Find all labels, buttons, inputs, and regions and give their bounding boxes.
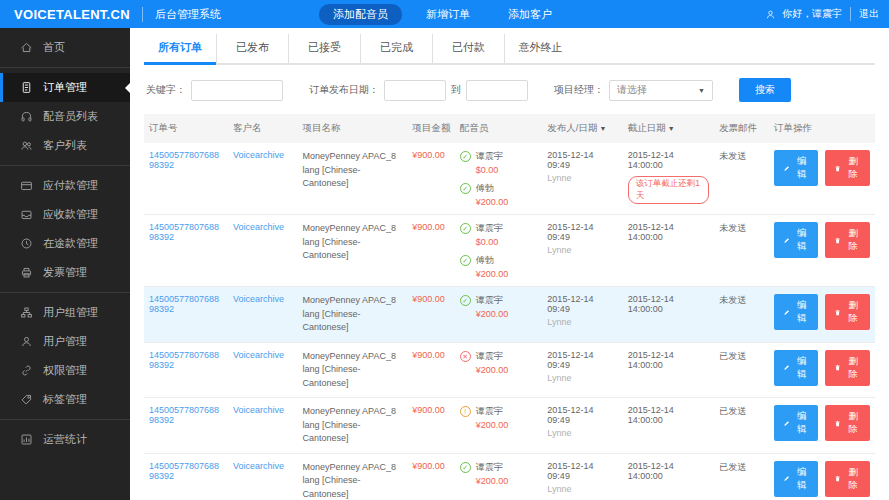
sidebar-item-tags[interactable]: 标签管理 [0, 385, 130, 414]
sidebar-item-receivables[interactable]: 应收款管理 [0, 200, 130, 229]
column-header-7[interactable]: 截止日期 ▼ [623, 114, 714, 143]
sidebar-item-voice-actors[interactable]: 配音员列表 [0, 102, 130, 131]
edit-button[interactable]: 编辑 [774, 150, 819, 186]
customer-link[interactable]: Voicearchive [233, 222, 284, 232]
keyword-input[interactable] [191, 80, 283, 101]
actors-cell: ✓谭震宇¥200.00 [455, 453, 543, 500]
actors-cell: ✕谭震宇¥200.00 [455, 342, 543, 398]
published-cell: 2015-12-14 09:49Lynne [542, 143, 622, 215]
app-logo: VOICETALENT.CN [14, 7, 130, 22]
delete-button[interactable]: 删除 [825, 294, 870, 330]
amount-cell: ¥900.00 [407, 143, 455, 215]
customer-link[interactable]: Voicearchive [233, 150, 284, 160]
topnav-add-customer[interactable]: 添加客户 [494, 4, 566, 25]
sidebar-item-customers[interactable]: 客户列表 [0, 131, 130, 160]
sidebar-item-permissions[interactable]: 权限管理 [0, 356, 130, 385]
voice-actor-fee: ¥200.00 [476, 476, 538, 486]
topnav-add-voice-actor[interactable]: 添加配音员 [319, 4, 402, 25]
deadline-cell: 2015-12-14 14:00:00 [623, 342, 714, 398]
manager-select-value: 请选择 [617, 83, 647, 97]
voice-actor-fee: ¥200.00 [476, 365, 538, 375]
deadline-date: 2015-12-14 14:00:00 [628, 150, 709, 170]
deadline-cell: 2015-12-14 14:00:00 [623, 215, 714, 287]
customer-link[interactable]: Voicearchive [233, 405, 284, 415]
deadline-date: 2015-12-14 14:00:00 [628, 222, 709, 242]
order-no-link[interactable]: 1450057780768898392 [149, 222, 219, 242]
status-ok-icon: ✓ [460, 151, 471, 162]
manager-select[interactable]: 请选择 ▼ [609, 80, 713, 101]
topnav-add-order[interactable]: 新增订单 [412, 4, 484, 25]
delete-button[interactable]: 删除 [825, 350, 870, 386]
sidebar-item-home[interactable]: 首页 [0, 33, 130, 62]
tab-completed[interactable]: 已完成 [360, 34, 432, 63]
sidebar-item-label: 发票管理 [43, 265, 87, 280]
date-to-input[interactable] [466, 80, 528, 101]
sidebar-item-label: 首页 [43, 40, 65, 55]
project-amount: ¥900.00 [412, 150, 445, 160]
edit-button[interactable]: 编辑 [774, 294, 819, 330]
voice-actor-line: ✓傅勃 [460, 254, 538, 267]
order-no-link[interactable]: 1450057780768898392 [149, 294, 219, 314]
sort-caret-icon[interactable]: ▼ [666, 125, 675, 132]
published-by: Lynne [547, 245, 617, 255]
voice-actor: !谭震宇¥200.00 [460, 405, 538, 430]
status-ok-icon: ✓ [460, 462, 471, 473]
tab-paid[interactable]: 已付款 [432, 34, 504, 63]
tab-all-orders[interactable]: 所有订单 [144, 34, 216, 63]
invoice-cell: 未发送 [714, 215, 769, 287]
pencil-icon [783, 474, 790, 483]
sidebar-group-4: 用户组管理用户管理权限管理标签管理 [0, 293, 130, 420]
edit-button[interactable]: 编辑 [774, 350, 819, 386]
delete-button[interactable]: 删除 [825, 150, 870, 186]
voice-actor-name: 谭震宇 [476, 294, 503, 307]
trash-icon [834, 474, 841, 483]
column-header-1: 订单号 [144, 114, 228, 143]
order-no-link[interactable]: 1450057780768898392 [149, 461, 219, 481]
sidebar-item-payables[interactable]: 应付款管理 [0, 171, 130, 200]
tab-accepted[interactable]: 已接受 [288, 34, 360, 63]
pencil-icon [783, 236, 790, 245]
order-no-link[interactable]: 1450057780768898392 [149, 150, 219, 170]
voice-actor: ✓谭震宇$0.00 [460, 222, 538, 247]
delete-button[interactable]: 删除 [825, 222, 870, 258]
voice-actor-name: 谭震宇 [476, 222, 503, 235]
date-from-input[interactable] [384, 80, 446, 101]
order-no-link[interactable]: 1450057780768898392 [149, 405, 219, 425]
tab-terminated[interactable]: 意外终止 [504, 34, 576, 63]
edit-button[interactable]: 编辑 [774, 461, 819, 497]
delete-button[interactable]: 删除 [825, 405, 870, 441]
sidebar-item-in-transit[interactable]: 在途款管理 [0, 229, 130, 258]
sidebar-item-users[interactable]: 用户管理 [0, 327, 130, 356]
actors-cell: ✓谭震宇$0.00✓傅勃¥200.00 [455, 143, 543, 215]
customer-cell: Voicearchive [228, 287, 297, 343]
status-error-icon: ✕ [460, 351, 471, 362]
edit-button[interactable]: 编辑 [774, 222, 819, 258]
project-cell: MoneyPenney APAC_8 lang [Chinese-Cantone… [298, 342, 408, 398]
column-header-4: 项目金额 [407, 114, 455, 143]
sidebar-item-stats[interactable]: 运营统计 [0, 425, 130, 454]
order-no-cell: 1450057780768898392 [144, 215, 228, 287]
order-no-link[interactable]: 1450057780768898392 [149, 350, 219, 370]
delete-button[interactable]: 删除 [825, 461, 870, 497]
sidebar-group-5: 运营统计 [0, 420, 130, 459]
voice-actor-line: ✓谭震宇 [460, 461, 538, 474]
search-button[interactable]: 搜索 [739, 78, 791, 102]
customer-link[interactable]: Voicearchive [233, 461, 284, 471]
logout-link[interactable]: 退出 [850, 7, 879, 21]
sidebar-item-orders[interactable]: 订单管理 [0, 73, 130, 102]
sort-caret-icon[interactable]: ▼ [598, 125, 607, 132]
project-amount: ¥900.00 [412, 294, 445, 304]
sidebar-item-label: 运营统计 [43, 432, 87, 447]
column-header-6[interactable]: 发布人/日期 ▼ [542, 114, 622, 143]
customer-link[interactable]: Voicearchive [233, 350, 284, 360]
customer-cell: Voicearchive [228, 398, 297, 454]
tab-published[interactable]: 已发布 [216, 34, 288, 63]
sidebar-item-invoices[interactable]: 发票管理 [0, 258, 130, 287]
customer-link[interactable]: Voicearchive [233, 294, 284, 304]
edit-button[interactable]: 编辑 [774, 405, 819, 441]
ops-cell: 编辑删除 [769, 398, 875, 454]
project-amount: ¥900.00 [412, 405, 445, 415]
column-header-9: 订单操作 [769, 114, 875, 143]
table-header-row: 订单号客户名项目名称项目金额配音员发布人/日期 ▼截止日期 ▼发票邮件订单操作 [144, 114, 875, 143]
sidebar-item-user-groups[interactable]: 用户组管理 [0, 298, 130, 327]
